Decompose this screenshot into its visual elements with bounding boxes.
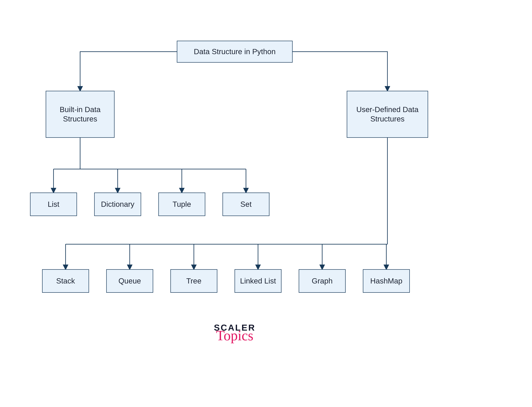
node-tree: Tree	[170, 269, 217, 293]
brand-logo: SCALER Topics	[202, 322, 268, 342]
node-builtin: Built-in Data Structures	[46, 91, 115, 138]
node-graph: Graph	[299, 269, 346, 293]
node-tuple-label: Tuple	[173, 200, 191, 209]
node-builtin-label: Built-in Data Structures	[60, 105, 100, 124]
node-graph-label: Graph	[312, 276, 332, 286]
node-set-label: Set	[240, 200, 252, 209]
node-stack: Stack	[42, 269, 89, 293]
node-dictionary-label: Dictionary	[101, 200, 134, 209]
node-userdefined-label: User-Defined Data Structures	[356, 105, 419, 124]
node-linkedlist-label: Linked List	[240, 276, 276, 286]
node-userdefined: User-Defined Data Structures	[347, 91, 428, 138]
node-set: Set	[223, 193, 270, 216]
node-tree-label: Tree	[186, 276, 201, 286]
node-list-label: List	[48, 200, 60, 209]
node-root-label: Data Structure in Python	[194, 47, 276, 56]
node-queue-label: Queue	[118, 276, 141, 286]
node-root: Data Structure in Python	[177, 41, 293, 63]
node-dictionary: Dictionary	[94, 193, 141, 216]
node-hashmap-label: HashMap	[370, 276, 402, 286]
brand-logo-line2: Topics	[202, 329, 268, 342]
node-linkedlist: Linked List	[235, 269, 281, 293]
node-stack-label: Stack	[56, 276, 75, 286]
node-hashmap: HashMap	[363, 269, 410, 293]
node-list: List	[30, 193, 77, 216]
node-tuple: Tuple	[158, 193, 205, 216]
node-queue: Queue	[106, 269, 153, 293]
diagram-canvas: Data Structure in Python Built-in Data S…	[0, 0, 532, 407]
